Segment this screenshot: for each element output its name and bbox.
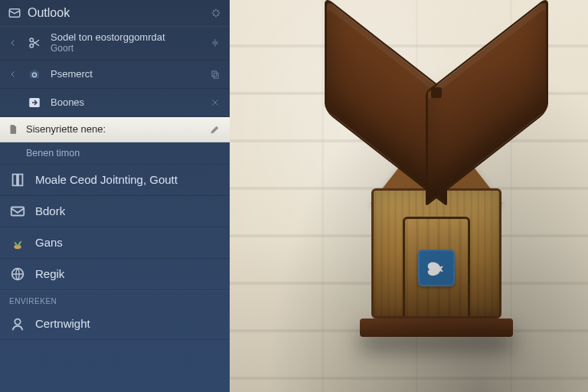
outlook-app-icon xyxy=(8,6,21,20)
document-icon xyxy=(8,124,18,135)
app-title: Outlook xyxy=(28,6,70,20)
header-settings-icon[interactable] xyxy=(210,7,222,19)
svg-rect-5 xyxy=(33,70,37,72)
nav-item-label: Moale Ceod Joitnting, Goutt xyxy=(35,173,222,186)
book-icon xyxy=(8,170,28,190)
sidebar-item-label: Benen timon xyxy=(26,148,222,158)
camera-icon xyxy=(26,66,43,83)
nav-item-label: Bdork xyxy=(35,204,222,217)
star-person-icon xyxy=(8,314,28,334)
chevron-left-icon xyxy=(8,69,18,80)
app-header: Outlook xyxy=(0,0,230,27)
sidebar: Outlook Sodel ton eostorggomrdat Goort P… xyxy=(0,0,230,392)
sidebar-item-boones[interactable]: Boones xyxy=(0,89,230,117)
sidebar-item-label: Sodel ton eostorggomrdat Goort xyxy=(51,32,201,54)
nav-item-label: Regik xyxy=(35,267,222,280)
plant-icon xyxy=(8,233,28,253)
nav-item-gans[interactable]: Gans xyxy=(0,227,230,259)
nav-item-certnwight[interactable]: Certnwight xyxy=(0,309,230,340)
sidebar-subitem-benen[interactable]: Benen timon xyxy=(0,142,230,165)
copy-icon[interactable] xyxy=(208,67,222,81)
sidebar-item-label: Sisenyriette nene: xyxy=(26,123,201,135)
svg-point-12 xyxy=(15,318,20,324)
nav-item-bdork[interactable]: Bdork xyxy=(0,196,230,227)
sidebar-item-label: Boones xyxy=(51,96,201,108)
close-icon[interactable] xyxy=(208,96,222,109)
globe-icon xyxy=(8,264,28,284)
sidebar-item-label: Psemerct xyxy=(51,68,201,80)
sidebar-item-account[interactable]: Sodel ton eostorggomrdat Goort xyxy=(0,27,230,60)
app-badge-icon xyxy=(418,250,455,286)
sidebar-nav-list: Moale Ceod Joitnting, Goutt Bdork Gans R… xyxy=(0,165,230,340)
sidebar-item-psemerct[interactable]: Psemerct xyxy=(0,60,230,89)
nav-section-label: ENVIREKEN xyxy=(0,290,230,309)
nav-item-label: Gans xyxy=(35,236,222,249)
preview-pane xyxy=(230,0,588,392)
arrow-right-box-icon xyxy=(26,94,43,111)
edit-icon[interactable] xyxy=(208,122,222,136)
chevron-left-icon xyxy=(8,38,18,48)
nav-item-label: Certnwight xyxy=(35,317,222,330)
svg-rect-9 xyxy=(11,207,24,215)
nav-item-regik[interactable]: Regik xyxy=(0,259,230,290)
sidebar-item-selected[interactable]: Sisenyriette nene: xyxy=(0,117,230,142)
birdhouse-illustration xyxy=(329,92,544,345)
envelope-icon xyxy=(8,201,28,221)
nav-item-moale[interactable]: Moale Ceod Joitnting, Goutt xyxy=(0,165,230,196)
scissors-icon xyxy=(26,34,43,51)
options-icon[interactable] xyxy=(208,36,222,50)
